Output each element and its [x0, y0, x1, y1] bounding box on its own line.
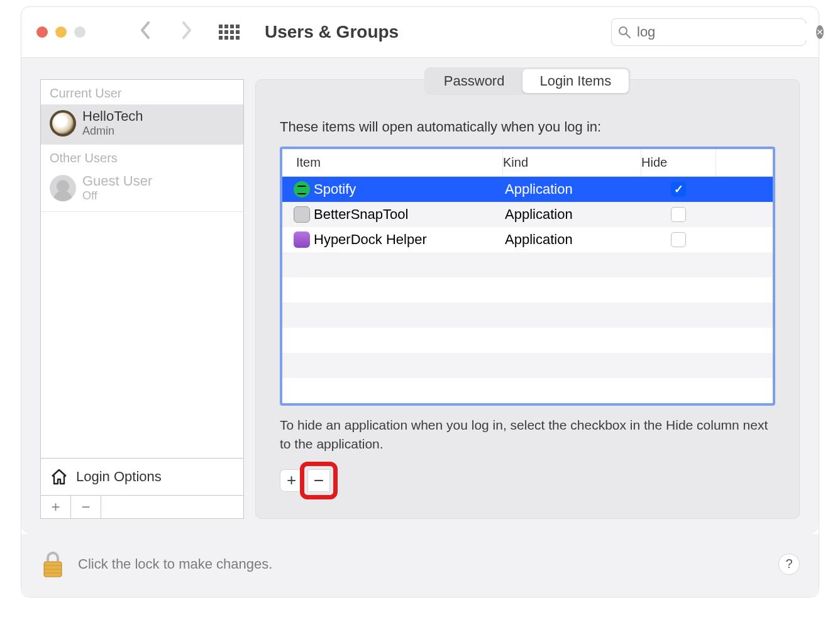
back-button[interactable]: [136, 21, 155, 43]
hide-checkbox[interactable]: [671, 207, 686, 222]
table-row[interactable]: HyperDock HelperApplication: [282, 227, 773, 252]
pane-title: Users & Groups: [265, 22, 611, 42]
item-name: Spotify: [314, 181, 356, 198]
remove-user-button[interactable]: −: [71, 496, 101, 518]
col-item[interactable]: Item: [282, 149, 502, 176]
empty-row: [282, 303, 773, 328]
window-controls: [36, 26, 86, 38]
hide-checkbox[interactable]: [671, 182, 686, 197]
table-row[interactable]: SpotifyApplication: [282, 177, 773, 202]
search-icon: [618, 26, 631, 38]
home-icon: [50, 467, 69, 486]
bst-icon: [294, 206, 310, 223]
preferences-window: Users & Groups ✕ Current User HelloTech …: [21, 6, 819, 598]
user-sidebar: Current User HelloTech Admin Other Users…: [40, 79, 244, 519]
login-options-label: Login Options: [76, 469, 162, 485]
remove-button-highlight: −: [300, 462, 338, 499]
clear-search-button[interactable]: ✕: [816, 25, 824, 39]
empty-row: [282, 378, 773, 403]
login-options-button[interactable]: Login Options: [41, 458, 243, 495]
add-user-button[interactable]: +: [41, 496, 71, 518]
svg-line-1: [626, 34, 630, 38]
help-button[interactable]: ?: [778, 554, 800, 575]
add-login-item-button[interactable]: +: [280, 469, 302, 492]
empty-row: [282, 277, 773, 303]
lock-hint-text: Click the lock to make changes.: [78, 556, 766, 572]
main-panel: Password Login Items These items will op…: [255, 79, 800, 519]
sidebar-footer: + −: [41, 495, 243, 518]
minimize-window-button[interactable]: [55, 26, 67, 38]
empty-row: [282, 353, 773, 378]
tab-password[interactable]: Password: [426, 69, 522, 93]
search-field[interactable]: ✕: [611, 18, 806, 46]
table-header: Item Kind Hide: [282, 149, 773, 177]
user-name: Guest User: [82, 173, 152, 189]
empty-row: [282, 328, 773, 353]
login-items-table: Item Kind Hide SpotifyApplicationBetterS…: [280, 147, 775, 406]
svg-point-0: [619, 27, 627, 35]
sidebar-user-hellotech[interactable]: HelloTech Admin: [41, 104, 243, 144]
lock-icon[interactable]: [40, 549, 65, 579]
close-window-button[interactable]: [36, 26, 48, 38]
hide-hint-text: To hide an application when you log in, …: [280, 416, 775, 454]
user-name: HelloTech: [82, 108, 143, 125]
content-area: Current User HelloTech Admin Other Users…: [21, 58, 819, 534]
empty-row: [282, 252, 773, 277]
show-all-button[interactable]: [219, 25, 240, 40]
hd-icon: [294, 231, 310, 248]
user-role: Off: [82, 189, 152, 203]
item-kind: Application: [502, 231, 641, 248]
sidebar-user-guest[interactable]: Guest User Off: [41, 169, 243, 209]
tab-login-items[interactable]: Login Items: [522, 69, 629, 93]
col-hide[interactable]: Hide: [641, 149, 716, 176]
avatar-placeholder-icon: [50, 175, 76, 201]
forward-button[interactable]: [177, 21, 196, 43]
bottom-bar: Click the lock to make changes. ?: [21, 534, 819, 597]
sidebar-spacer: [41, 211, 243, 458]
table-row[interactable]: BetterSnapToolApplication: [282, 202, 773, 227]
hide-checkbox[interactable]: [671, 232, 686, 247]
spotify-icon: [294, 181, 310, 198]
current-user-label: Current User: [41, 80, 243, 104]
avatar-icon: [50, 110, 76, 136]
item-name: HyperDock Helper: [314, 231, 427, 248]
zoom-window-button[interactable]: [74, 26, 86, 38]
item-kind: Application: [502, 181, 641, 198]
item-kind: Application: [502, 206, 641, 223]
login-item-actions: + −: [280, 462, 775, 499]
item-name: BetterSnapTool: [314, 206, 408, 223]
search-input[interactable]: [637, 24, 810, 40]
remove-login-item-button[interactable]: −: [307, 469, 330, 492]
tab-bar: Password Login Items: [424, 67, 631, 95]
user-role: Admin: [82, 125, 143, 138]
other-users-label: Other Users: [41, 144, 243, 169]
toolbar: Users & Groups ✕: [21, 7, 819, 58]
login-items-intro: These items will open automatically when…: [280, 119, 775, 135]
col-kind[interactable]: Kind: [502, 149, 641, 176]
nav-arrows: [136, 21, 196, 43]
